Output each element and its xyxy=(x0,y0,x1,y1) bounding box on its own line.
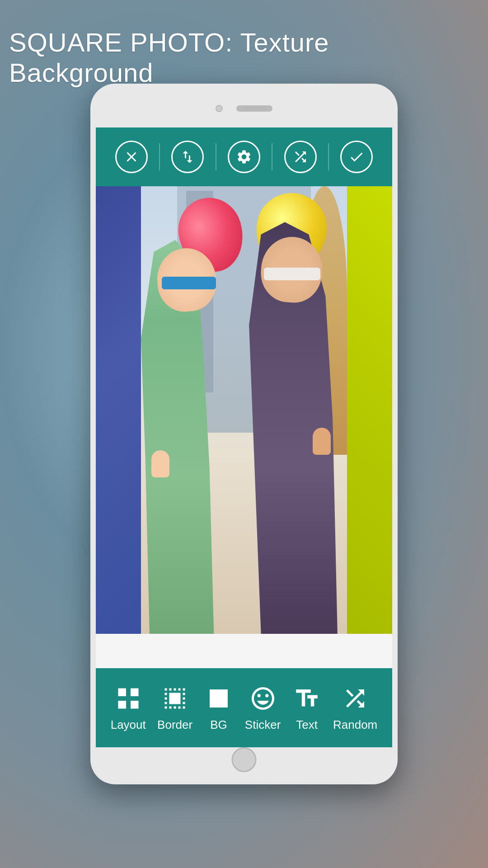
sticker-label: Sticker xyxy=(245,718,281,732)
sticker-icon xyxy=(248,684,277,713)
grid-icon xyxy=(113,684,143,713)
bg-icon xyxy=(204,684,233,713)
canvas-area xyxy=(96,186,392,634)
bg-tool[interactable]: BG xyxy=(204,684,233,732)
random-tool[interactable]: Random xyxy=(333,684,377,732)
top-toolbar xyxy=(96,127,392,186)
border-right xyxy=(347,186,392,634)
layout-label: Layout xyxy=(111,718,146,732)
hand-right xyxy=(313,428,331,455)
text-tool[interactable]: Text xyxy=(292,684,322,732)
phone-inner: Layout Border BG xyxy=(96,89,392,779)
sunglasses-right xyxy=(264,268,320,280)
border-label: Border xyxy=(157,718,192,732)
divider-4 xyxy=(328,143,329,170)
phone-speaker xyxy=(236,105,272,112)
sticker-tool[interactable]: Sticker xyxy=(245,684,281,732)
divider-3 xyxy=(272,143,272,170)
sunglasses-left xyxy=(162,277,216,289)
bg-label: BG xyxy=(210,718,227,732)
random-label: Random xyxy=(333,718,377,732)
text-label: Text xyxy=(296,718,318,732)
settings-button[interactable] xyxy=(228,141,260,173)
divider-2 xyxy=(216,143,216,170)
phone-top-bar xyxy=(96,89,392,127)
phone-camera xyxy=(216,105,223,112)
border-left xyxy=(96,186,141,634)
divider-1 xyxy=(159,143,160,170)
phone-mockup: Layout Border BG xyxy=(90,84,398,784)
photo-area xyxy=(141,186,347,634)
border-icon xyxy=(160,684,190,713)
confirm-button[interactable] xyxy=(340,141,373,173)
border-tool[interactable]: Border xyxy=(157,684,192,732)
swap-button[interactable] xyxy=(171,141,204,173)
shuffle-button[interactable] xyxy=(284,141,317,173)
hand-left xyxy=(151,450,169,477)
page-title: SQUARE PHOTO: Texture Background xyxy=(9,27,479,88)
phone-home-button[interactable] xyxy=(232,747,257,772)
random-icon xyxy=(341,684,370,713)
text-icon xyxy=(292,684,322,713)
layout-tool[interactable]: Layout xyxy=(111,684,146,732)
phone-bottom xyxy=(96,747,392,779)
bottom-toolbar: Layout Border BG xyxy=(96,668,392,747)
close-button[interactable] xyxy=(115,141,148,173)
